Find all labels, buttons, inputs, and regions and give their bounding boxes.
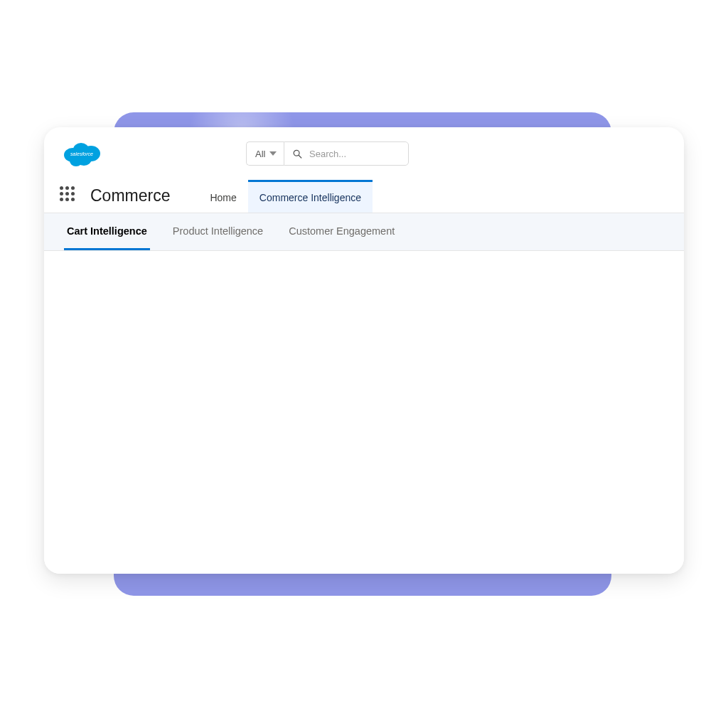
tab-commerce-intelligence[interactable]: Commerce Intelligence	[248, 180, 373, 213]
tab-home[interactable]: Home	[198, 180, 247, 213]
svg-point-4	[70, 155, 82, 166]
nav-row: Commerce Home Commerce Intelligence	[44, 180, 684, 213]
subtab-product-intelligence[interactable]: Product Intelligence	[170, 213, 266, 250]
subtab-label: Product Intelligence	[173, 225, 263, 237]
app-launcher-icon[interactable]	[60, 186, 75, 201]
svg-line-6	[299, 155, 302, 158]
global-search-group: All	[246, 141, 409, 166]
search-input[interactable]	[308, 148, 400, 160]
header-row: salesforce All	[44, 127, 684, 180]
top-tabs: Home Commerce Intelligence	[198, 180, 373, 213]
tab-commerce-intelligence-label: Commerce Intelligence	[259, 192, 361, 203]
caret-down-icon	[269, 151, 277, 156]
content-area	[44, 251, 684, 574]
search-scope-label: All	[255, 149, 265, 159]
search-icon	[293, 149, 302, 159]
search-box[interactable]	[284, 141, 409, 166]
salesforce-logo-icon: salesforce	[60, 138, 104, 169]
app-window: salesforce All Commerce	[44, 127, 684, 574]
search-scope-select[interactable]: All	[246, 141, 284, 166]
tab-home-label: Home	[210, 192, 236, 203]
subtab-cart-intelligence[interactable]: Cart Intelligence	[64, 213, 150, 250]
salesforce-logo-text: salesforce	[70, 151, 93, 156]
app-title: Commerce	[90, 186, 170, 205]
subtab-customer-engagement[interactable]: Customer Engagement	[286, 213, 397, 250]
subtab-label: Customer Engagement	[289, 225, 395, 237]
subtab-label: Cart Intelligence	[67, 225, 147, 237]
subtab-bar: Cart Intelligence Product Intelligence C…	[44, 213, 684, 251]
